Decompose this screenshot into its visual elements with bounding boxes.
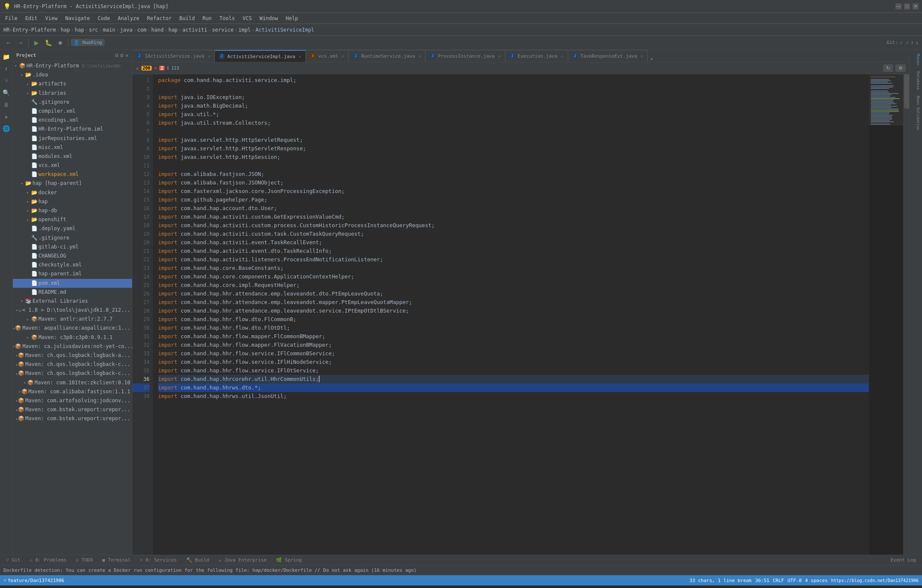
tab-activitiserviceimpl[interactable]: J ActivitiServiceImpl.java ✕ [215, 50, 306, 62]
debug-button[interactable]: 🐛 [43, 38, 53, 48]
tree-item-deploy-yaml[interactable]: ▸ 📄 .deploy.yaml [13, 224, 132, 233]
menu-vcs[interactable]: VCS [239, 15, 255, 22]
menu-analyze[interactable]: Analyze [114, 15, 143, 22]
bottom-tab-spring[interactable]: 🌿 Spring [272, 556, 306, 564]
bottom-tab-java-enterprise[interactable]: ☕ Java Enterprise [214, 556, 271, 564]
tree-item-maven-logback3[interactable]: ▸ 📦 Maven: ch.qos.logback:logback-c... [13, 369, 132, 378]
tree-item-project-root[interactable]: ▾ 📦 HR-Entry-Platform D:\tools\JavaWo [13, 61, 132, 70]
tree-item-encodings-xml[interactable]: ▸ 📄 encodings.xml [13, 116, 132, 125]
bottom-tab-services[interactable]: ⚡ 8: Services [136, 556, 181, 564]
breadcrumb-src[interactable]: src [89, 27, 98, 33]
tree-item-vcs-xml[interactable]: ▸ 📄 vcs.xml [13, 161, 132, 170]
cursor-info[interactable]: 33 chars, 1 line break [690, 578, 752, 583]
breadcrumb-impl[interactable]: impl [238, 27, 251, 33]
tree-item-gitlab-ci[interactable]: ▸ 📄 gitlab-ci.yml [13, 243, 132, 252]
breadcrumb-hand[interactable]: hand [151, 27, 164, 33]
menu-edit[interactable]: Edit [22, 15, 41, 22]
breadcrumb-hap[interactable]: hap [75, 27, 84, 33]
menu-view[interactable]: View [42, 15, 61, 22]
menu-run[interactable]: Run [199, 15, 215, 22]
tree-item-libraries[interactable]: ▸ 📂 libraries [13, 89, 132, 98]
menu-file[interactable]: File [2, 15, 21, 22]
tab-iactivitiservice[interactable]: J IActivitiService.java ✕ [132, 50, 215, 62]
tree-item-workspace-xml[interactable]: ▸ 📄 workspace.xml [13, 170, 132, 179]
tree-item-maven-fastjson[interactable]: ▸ 📦 Maven: com.alibaba:fastjson:1.1.1 [13, 387, 132, 396]
tree-item-maven-antlr[interactable]: ▸ 📦 Maven: antlr:antlr:2.7.7 [13, 315, 132, 324]
tree-item-changelog[interactable]: ▸ 📄 CHANGELOG [13, 252, 132, 260]
bottom-tab-todo[interactable]: ☑ TODO [72, 556, 97, 564]
right-tab-database[interactable]: Database [911, 69, 921, 92]
tree-item-openshift[interactable]: ▸ 📂 openshift [13, 215, 132, 224]
breadcrumb-com[interactable]: com [137, 27, 147, 33]
code-area[interactable]: package com.hand.hap.activiti.service.im… [153, 74, 869, 555]
breadcrumb-java[interactable]: java [120, 27, 132, 33]
tree-item-hap[interactable]: ▸ 📂 hap [13, 197, 132, 206]
right-tab-maven[interactable]: Maven [911, 51, 921, 68]
tab-close-activitiserviceimpl[interactable]: ✕ [299, 54, 301, 59]
tab-taskresponseext[interactable]: J TaskResponseExt.java ✕ [568, 50, 648, 62]
breadcrumb-activiti[interactable]: activiti [182, 27, 207, 33]
line-col-status[interactable]: 36:51 [755, 578, 769, 583]
tab-close-execution[interactable]: ✕ [561, 54, 564, 59]
more-tabs-btn[interactable]: ▾ [648, 56, 656, 62]
tab-close-vcs-xml[interactable]: ✕ [341, 54, 344, 59]
settings-icon[interactable]: ⚙ [120, 52, 123, 59]
tree-item-maven-logback2[interactable]: ▸ 📦 Maven: ch.qos.logback:logback-c... [13, 360, 132, 369]
tree-item-jar-repos-xml[interactable]: ▸ 📄 jarRepositories.xml [13, 134, 132, 143]
menu-navigate[interactable]: Navigate [62, 15, 94, 22]
menu-tools[interactable]: Tools [216, 15, 238, 22]
tree-item-maven-aop[interactable]: ▸ 📦 Maven: aopalliance:aopalliance:1... [13, 324, 132, 333]
tree-item-maven-jodconv[interactable]: ▸ 📦 Maven: com.artofsolving:jodconv... [13, 396, 132, 405]
tab-runtimeservice[interactable]: J RuntimeService.java ✕ [349, 50, 426, 62]
tab-vcs-xml[interactable]: X vcs.xml ✕ [306, 50, 349, 62]
maximize-button[interactable]: □ [904, 3, 910, 9]
tree-item-maven-zkclient[interactable]: ▸ 📦 Maven: com.101tec:zkclient:0.10 [13, 378, 132, 387]
menu-code[interactable]: Code [94, 15, 114, 22]
bottom-tab-problems[interactable]: ⚠ 0: Problems [26, 556, 71, 564]
tree-item-modules-xml[interactable]: ▸ 📄 modules.xml [13, 152, 132, 161]
git-branch-status[interactable]: ⑂ feature/Dan137421906 [3, 578, 64, 583]
crlf-status[interactable]: CRLF [773, 578, 784, 583]
menu-help[interactable]: Help [282, 15, 302, 22]
tree-item-docker[interactable]: ▸ 📂 docker [13, 188, 132, 197]
tree-item-misc-xml[interactable]: ▸ 📄 misc.xml [13, 143, 132, 152]
search-icon[interactable]: 🔍 [1, 87, 12, 98]
tab-close-iactivitiservice[interactable]: ✕ [208, 54, 210, 59]
breadcrumb-main[interactable]: main [103, 27, 115, 33]
menu-build[interactable]: Build [176, 15, 198, 22]
tree-item-readme[interactable]: ▸ 📄 README.md [13, 288, 132, 297]
tree-item-jdk[interactable]: ▸ ☕ < 1.8 > D:\tools\java\jdk1.8_212... [13, 306, 132, 315]
tree-item-hap-db[interactable]: ▸ 📂 hap-db [13, 206, 132, 215]
tree-item-hap-parent-iml[interactable]: ▸ 📄 hap-parent.iml [13, 269, 132, 278]
tab-execution[interactable]: J Execution.java ✕ [505, 50, 568, 62]
menu-refactor[interactable]: Refactor [144, 15, 175, 22]
tree-item-hr-iml[interactable]: ▸ 📄 HR-Entry-Platform.iml [13, 125, 132, 134]
run-button[interactable]: ▶ [31, 38, 41, 48]
project-icon[interactable]: 📁 [1, 51, 12, 62]
tab-close-processinstance[interactable]: ✕ [498, 54, 501, 59]
tree-item-maven-logback1[interactable]: ▸ 📦 Maven: ch.qos.logback:logback-a... [13, 351, 132, 360]
tree-item-hap-parent[interactable]: ▾ 📂 hap [hap-parent] [13, 179, 132, 188]
tab-processinstance[interactable]: J ProcessInstance.java ✕ [426, 50, 505, 62]
zstructure-icon[interactable]: ≣ [1, 99, 12, 110]
git-icon[interactable]: ⑂ [1, 75, 12, 86]
tree-item-maven-ureport2[interactable]: ▸ 📦 Maven: com.bstek.ureport:urepor... [13, 414, 132, 423]
tree-item-compiler-xml[interactable]: ▸ 📄 compiler.xml [13, 107, 132, 116]
bottom-tab-git[interactable]: ⑂ Git [2, 556, 25, 564]
tree-item-maven-c3p0[interactable]: ▸ 📦 Maven: c3p0:c3p0:0.9.1.1 [13, 333, 132, 342]
forward-button[interactable]: → [15, 38, 26, 48]
tree-item-gitignore[interactable]: ▸ 🔧 .gitignore [13, 98, 132, 107]
menu-window[interactable]: Window [256, 15, 281, 22]
minimize-button[interactable]: — [896, 3, 901, 9]
tree-item-maven-julius[interactable]: ▸ 📦 Maven: ca.juliusdavies:not-yet-co... [13, 342, 132, 351]
indent-status[interactable]: 4 spaces [805, 578, 828, 583]
settings-btn[interactable]: ⚙ [896, 64, 906, 72]
back-button[interactable]: ← [3, 38, 14, 48]
commit-icon[interactable]: ↑ [1, 63, 12, 74]
tab-close-runtimeservice[interactable]: ✕ [418, 54, 421, 59]
right-tab-bean-validation[interactable]: Bean Validation [911, 93, 921, 133]
stop-button[interactable]: ■ [55, 38, 65, 48]
vertical-scrollbar[interactable] [903, 74, 909, 555]
bottom-tab-event-log[interactable]: Event Log [886, 556, 920, 564]
tree-item-artifacts[interactable]: ▸ 📂 artifacts [13, 79, 132, 88]
